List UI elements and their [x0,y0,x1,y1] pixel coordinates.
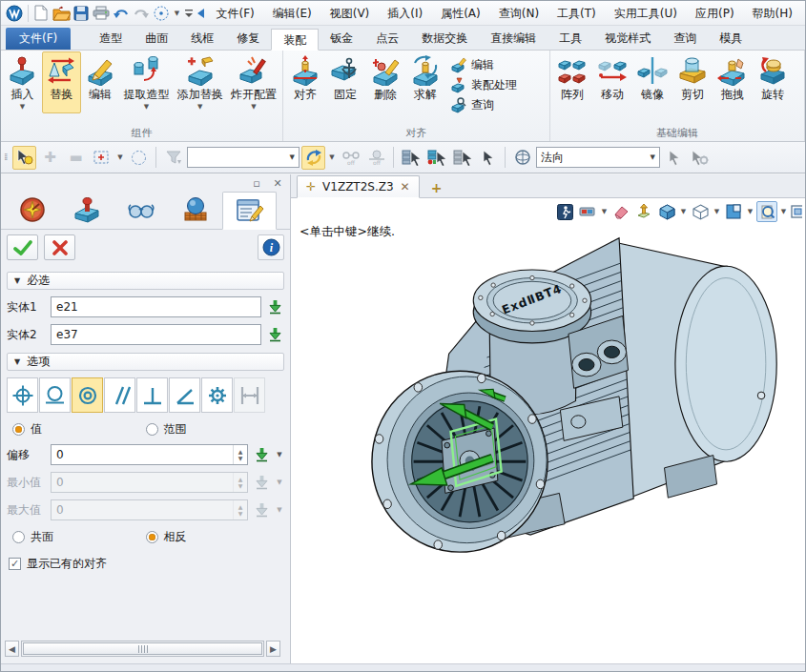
pick-last-button[interactable] [424,146,448,170]
window-pick-dropdown[interactable]: ▼ [115,153,125,161]
tab-wireframe[interactable]: 线框 [179,28,225,50]
new-tab-button[interactable]: + [431,180,443,197]
menu-utilities[interactable]: 实用工具(U) [606,3,686,24]
align-button[interactable]: 对齐 [285,51,325,113]
constraint-distance-button[interactable] [234,377,265,413]
menu-file[interactable]: 文件(F) [207,3,262,24]
max-dropdown[interactable]: ▼ [275,506,284,514]
drag-component-button[interactable]: 拖拽 [713,51,753,113]
offset-input[interactable]: 0 ▲▼ [51,444,248,465]
pick-loop-dropdown[interactable]: ▼ [327,153,337,161]
panel-close-button[interactable]: ✕ [271,177,284,190]
min-input[interactable]: 0 ▲▼ [51,472,248,493]
constraint-coincident-button[interactable] [7,377,38,413]
cancel-button[interactable] [44,234,75,260]
tab-pointcloud[interactable]: 点云 [364,28,410,50]
scroll-thumb[interactable] [23,642,262,655]
constraint-perpendicular-button[interactable] [136,377,168,413]
edit-component-button[interactable]: 编辑 [81,51,120,113]
print-button[interactable] [92,3,111,24]
inquire-constraint-button[interactable]: 查询 [451,97,517,113]
panel-float-button[interactable]: ▫ [250,177,263,190]
entity2-input[interactable]: e37 [51,324,261,345]
constraint-gear-button[interactable] [201,377,233,413]
tab-inquire[interactable]: 查询 [662,28,708,50]
fix-button[interactable]: 固定 [325,51,365,113]
new-file-button[interactable] [32,3,52,24]
add-pick-button[interactable]: ✚ [38,146,62,170]
pick-settings-button[interactable] [688,146,712,170]
pick-loop-button[interactable] [301,146,325,170]
remove-pick-button[interactable]: ▬ [64,146,88,170]
smart-pick-button[interactable] [12,146,36,170]
tab-command-form[interactable] [222,192,277,230]
motor-model[interactable]: ExdⅡBT4 [291,198,805,643]
rotate-component-button[interactable]: 旋转 [753,51,793,113]
pick-target-button[interactable] [152,3,171,24]
menu-insert[interactable]: 插入(I) [379,3,431,24]
tab-manager[interactable] [5,191,59,229]
pick-target-dropdown[interactable]: ▼ [172,3,183,24]
tab-repair[interactable]: 修复 [225,28,271,50]
pattern-button[interactable]: 阵列 [552,51,592,113]
max-input[interactable]: 0 ▲▼ [51,499,248,520]
entity2-pick-button[interactable] [265,324,284,345]
model-canvas[interactable]: ▼ ▼ ▼ [291,198,805,663]
constraint-concentric-button[interactable] [72,377,103,413]
delete-constraint-button[interactable]: 删除 [365,51,405,113]
undo-button[interactable] [112,3,131,24]
menu-help[interactable]: 帮助(H) [744,3,801,24]
tab-dataexchange[interactable]: 数据交换 [410,28,479,50]
tab-surface[interactable]: 曲面 [134,28,179,50]
ribbon-file-tab[interactable]: 文件(F) [6,28,71,50]
scroll-right-button[interactable]: ▶ [266,641,280,657]
assembly-process-button[interactable]: 装配处理 [451,77,517,93]
radio-coplanar[interactable]: 共面 [12,529,146,545]
add-replace-button[interactable]: 添加替换▼ [174,51,227,113]
save-button[interactable] [72,3,91,24]
open-file-button[interactable] [52,3,72,24]
scroll-track[interactable] [21,641,264,657]
tab-mold[interactable]: 模具 [708,28,754,50]
tab-directedit[interactable]: 直接编辑 [479,28,548,50]
tab-shape[interactable]: 造型 [88,28,134,50]
radio-range[interactable]: 范围 [146,421,279,438]
filter-button[interactable] [161,146,185,170]
customize-toolbar-button[interactable] [183,3,195,24]
constraint-tangent-button[interactable] [39,377,71,413]
tab-assembly-manager[interactable] [59,191,114,229]
collapse-icon[interactable] [196,3,207,24]
show-existing-checkbox[interactable]: ✓ [9,558,21,570]
menu-view[interactable]: 视图(V) [321,3,379,24]
tab-tools[interactable]: 工具 [548,28,593,50]
insert-component-button[interactable]: 插入▼ [3,51,42,113]
tab-close-icon[interactable]: ✕ [401,180,410,193]
max-spinner[interactable]: ▲▼ [233,500,247,519]
redo-button[interactable] [132,3,151,24]
direction-mode-icon[interactable] [510,146,534,170]
offset-pick-button[interactable] [252,444,271,465]
entity1-input[interactable]: e21 [51,296,261,317]
move-component-button[interactable]: 移动 [592,51,632,113]
info-button[interactable]: i [258,234,284,260]
constraint-angle-button[interactable] [169,377,200,413]
document-tab[interactable]: ✛ V1ZZT2S.Z3 ✕ [297,175,420,198]
min-spinner[interactable]: ▲▼ [233,473,247,492]
cut-component-button[interactable]: 剪切 [672,51,713,113]
extract-shape-button[interactable]: 提取造型▼ [119,51,173,113]
tab-sheetmetal[interactable]: 钣金 [319,28,364,50]
constraint-off-icon[interactable]: off [339,146,362,170]
pick-from-list-button[interactable] [399,146,423,170]
window-pick-button[interactable] [90,146,114,170]
section-options[interactable]: ▼ 选项 [7,353,284,371]
toolbar-grip[interactable]: ⁞⁞ [4,154,10,160]
max-pick-button[interactable] [252,499,271,520]
pick-cursor-button[interactable] [476,146,500,170]
tab-visibility[interactable] [114,191,168,229]
entity1-pick-button[interactable] [265,296,284,317]
mirror-component-button[interactable]: 镜像 [632,51,672,113]
menu-inquire[interactable]: 查询(N) [490,3,548,24]
section-required[interactable]: ▼ 必选 [7,272,284,290]
min-dropdown[interactable]: ▼ [275,479,284,486]
direction-combobox[interactable]: 法向▼ [536,147,660,168]
